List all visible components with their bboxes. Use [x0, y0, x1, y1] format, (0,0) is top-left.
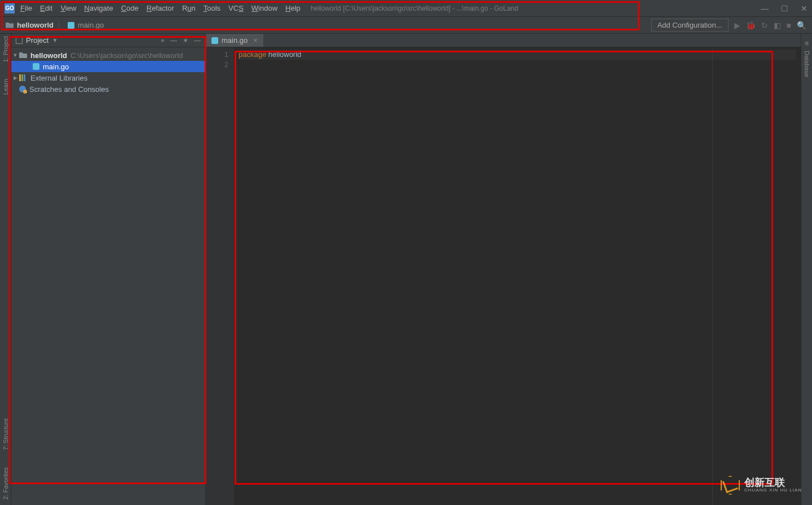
scratches-icon — [19, 86, 26, 92]
go-file-icon — [33, 63, 39, 70]
menu-tools[interactable]: Tools — [204, 4, 220, 12]
hide-icon[interactable]: — — [194, 37, 201, 45]
watermark-logo-icon — [721, 476, 740, 495]
expand-icon[interactable]: ▼ — [11, 52, 19, 58]
add-configuration-button[interactable]: Add Configuration... — [651, 19, 729, 32]
menu-help[interactable]: Help — [285, 4, 301, 12]
project-tree: ▼ helloworld C:\Users\jackson\go\src\hel… — [11, 47, 205, 97]
breadcrumb-separator: 〉 — [57, 20, 64, 30]
menu-edit[interactable]: Edit — [40, 4, 52, 12]
external-libs-label: External Libraries — [30, 74, 87, 82]
editor-area: main.go × 1 2 package helloworld — [206, 34, 801, 505]
tree-scratches[interactable]: Scratches and Consoles — [11, 83, 205, 95]
line-gutter: 1 2 — [206, 47, 234, 505]
watermark: 创新互联 CHUANG XIN HU LIAN — [721, 476, 802, 495]
titlebar: GO File Edit View Navigate Code Refactor… — [0, 0, 812, 17]
project-panel: Project ▼ ⌖ ― ✶ — ▼ helloworld C:\Users\… — [11, 34, 206, 505]
coverage-icon[interactable]: ↻ — [761, 21, 768, 30]
folder-icon — [19, 52, 27, 58]
tool-structure[interactable]: 7: Structure — [2, 418, 9, 450]
breadcrumb: helloworld 〉 main.go — [6, 20, 104, 30]
settings-icon[interactable]: ✶ — [183, 37, 188, 45]
menu-refactor[interactable]: Refactor — [147, 4, 174, 12]
breadcrumb-project[interactable]: helloworld — [17, 21, 54, 29]
project-panel-title[interactable]: Project — [26, 36, 48, 45]
window-title: helloworld [C:\Users\jackson\go\src\hell… — [311, 5, 518, 12]
code-keyword: package — [239, 50, 266, 59]
maximize-icon[interactable]: ☐ — [781, 4, 788, 13]
tab-label: main.go — [222, 36, 248, 45]
menu-run[interactable]: Run — [182, 4, 196, 12]
right-tool-strip: ≡ Database — [801, 34, 812, 505]
minimize-icon[interactable]: ― — [761, 4, 769, 13]
go-file-icon — [211, 37, 218, 44]
main-menu: File Edit View Navigate Code Refactor Ru… — [20, 4, 301, 12]
profile-icon[interactable]: ◧ — [774, 21, 781, 30]
line-number: 1 — [206, 50, 228, 60]
tree-file-main[interactable]: main.go — [11, 61, 205, 72]
menu-navigate[interactable]: Navigate — [84, 4, 113, 12]
tool-project[interactable]: 1: Project — [2, 36, 9, 62]
collapse-icon[interactable]: ― — [170, 37, 177, 45]
watermark-cn: 创新互联 — [744, 477, 802, 488]
run-icon[interactable]: ▶ — [734, 21, 740, 30]
tab-close-icon[interactable]: × — [253, 36, 258, 45]
libraries-icon — [19, 74, 27, 81]
nav-bar: helloworld 〉 main.go Add Configuration..… — [0, 17, 812, 34]
root-name: helloworld — [30, 51, 67, 60]
locate-icon[interactable]: ⌖ — [161, 37, 165, 45]
menu-code[interactable]: Code — [121, 4, 139, 12]
menu-view[interactable]: View — [60, 4, 76, 12]
folder-icon — [6, 23, 14, 28]
stop-icon[interactable]: ■ — [787, 21, 791, 30]
close-icon[interactable]: ✕ — [801, 4, 807, 13]
project-view-icon — [16, 37, 23, 44]
tab-main-go[interactable]: main.go × — [206, 34, 263, 47]
menu-vcs[interactable]: VCS — [228, 4, 244, 12]
left-tool-strip: 1: Project Learn 7: Structure 2: Favorit… — [0, 34, 11, 505]
code-ident: helloworld — [268, 50, 302, 59]
watermark-py: CHUANG XIN HU LIAN — [744, 488, 802, 493]
database-icon[interactable]: ≡ — [805, 39, 809, 47]
file-name: main.go — [43, 63, 69, 71]
search-icon[interactable]: 🔍 — [797, 21, 806, 30]
menu-file[interactable]: File — [20, 4, 32, 12]
line-number: 2 — [206, 60, 228, 70]
menu-window[interactable]: Window — [251, 4, 277, 12]
right-margin-guide — [712, 47, 713, 505]
code-editor[interactable]: package helloworld — [234, 47, 801, 505]
project-panel-header: Project ▼ ⌖ ― ✶ — — [11, 34, 205, 47]
editor-tabs: main.go × — [206, 34, 801, 47]
tool-favorites[interactable]: 2: Favorites — [2, 467, 9, 499]
breadcrumb-file[interactable]: main.go — [78, 21, 104, 29]
goland-logo-icon: GO — [5, 3, 15, 14]
window-controls: ― ☐ ✕ — [761, 4, 807, 13]
tree-external-libs[interactable]: ▶ External Libraries — [11, 72, 205, 83]
dropdown-icon[interactable]: ▼ — [52, 37, 58, 43]
tool-database[interactable]: Database — [804, 51, 810, 77]
scratches-label: Scratches and Consoles — [29, 85, 109, 94]
tool-learn[interactable]: Learn — [2, 79, 9, 95]
debug-icon[interactable]: 🐞 — [746, 21, 756, 30]
go-file-icon — [68, 22, 74, 29]
tree-root[interactable]: ▼ helloworld C:\Users\jackson\go\src\hel… — [11, 50, 205, 61]
expand-icon[interactable]: ▶ — [11, 75, 19, 81]
root-path: C:\Users\jackson\go\src\helloworld — [70, 51, 183, 60]
